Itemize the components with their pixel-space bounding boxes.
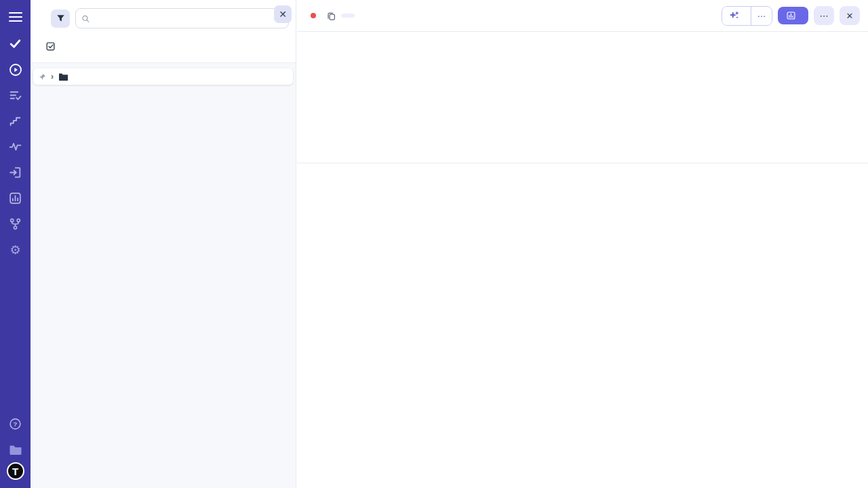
select-all-icon[interactable] xyxy=(45,41,56,52)
svg-text:?: ? xyxy=(14,420,18,428)
panel-close-button[interactable]: ✕ xyxy=(274,5,292,23)
folder-icon xyxy=(58,73,68,81)
run-details-table xyxy=(575,62,854,149)
close-detail-button[interactable]: ✕ xyxy=(840,6,860,25)
runs-history-chart xyxy=(31,56,296,62)
run-status-dot xyxy=(311,13,316,18)
pin-icon[interactable] xyxy=(39,73,46,81)
milestone-folder-row[interactable]: › xyxy=(33,68,293,85)
settings-gear-icon[interactable]: ⚙ xyxy=(0,237,31,263)
nav-analytics-icon[interactable] xyxy=(0,186,31,211)
search-icon xyxy=(81,14,90,23)
breadcrumb-separator xyxy=(43,13,45,24)
run-detail-panel: ⋯ ⋯ ✕ xyxy=(297,0,868,488)
bar-chart-icon xyxy=(787,12,795,20)
runs-filter-tabs xyxy=(31,34,296,56)
run-summary-more-button[interactable]: ⋯ xyxy=(751,7,772,25)
nav-branches-icon[interactable] xyxy=(0,211,31,237)
nav-pulse-icon[interactable] xyxy=(0,134,31,160)
results-donut-chart xyxy=(311,62,486,149)
app-sidebar: ⚙ ? T xyxy=(0,0,31,488)
nav-runs-icon[interactable] xyxy=(0,57,31,83)
chart-legend xyxy=(75,56,294,62)
chevron-right-icon[interactable]: › xyxy=(51,72,54,81)
automated-badge[interactable] xyxy=(341,14,355,18)
nav-testcases-icon[interactable] xyxy=(0,31,31,57)
more-options-button[interactable]: ⋯ xyxy=(814,6,834,25)
runs-panel: ✕ › xyxy=(31,0,296,488)
detail-tabs xyxy=(297,163,868,163)
run-summary-button[interactable] xyxy=(722,7,751,25)
run-summary-button-group: ⋯ xyxy=(722,6,773,26)
copy-icon[interactable] xyxy=(327,12,336,20)
runs-list: › xyxy=(31,62,296,488)
nav-plans-icon[interactable] xyxy=(0,83,31,108)
funnel-icon xyxy=(56,14,65,22)
nav-milestones-icon[interactable] xyxy=(0,108,31,134)
app-logo[interactable]: T xyxy=(7,462,24,480)
runs-search[interactable] xyxy=(75,8,289,28)
projects-folder-icon[interactable] xyxy=(0,436,31,462)
runs-search-input[interactable] xyxy=(94,14,283,23)
sparkle-icon xyxy=(730,11,739,20)
report-button[interactable] xyxy=(778,7,808,24)
nav-import-icon[interactable] xyxy=(0,160,31,186)
filter-button[interactable] xyxy=(51,9,70,28)
breadcrumb[interactable] xyxy=(43,13,45,24)
hamburger-menu-icon[interactable] xyxy=(9,9,22,24)
help-icon[interactable]: ? xyxy=(0,411,31,436)
